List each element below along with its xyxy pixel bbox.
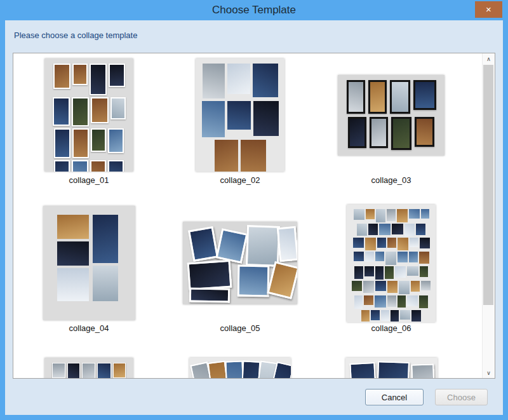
photo-tile [404, 224, 415, 236]
photo-tile [377, 238, 386, 248]
photo-tile [91, 128, 106, 152]
photo-tile [227, 64, 250, 94]
photo-tile [108, 160, 124, 172]
scrollbar-thumb[interactable] [483, 65, 493, 305]
template-name: collage_05 [220, 323, 260, 333]
photo-tile [72, 128, 89, 158]
photo-tile [387, 281, 398, 293]
collage-preview [183, 222, 297, 304]
photo-tile [370, 117, 388, 148]
template-thumbnail [196, 58, 284, 172]
photo-tile [397, 209, 408, 222]
photo-tile [398, 252, 408, 262]
photo-tile [416, 224, 425, 235]
photo-tile [113, 363, 126, 378]
template-item[interactable]: collage_03 [316, 58, 467, 206]
photo-tile [409, 252, 418, 262]
photo-tile [348, 117, 366, 148]
photo-tile [97, 363, 111, 378]
photo-tile [110, 97, 126, 119]
photo-tile [375, 295, 386, 308]
photo-tile [375, 281, 386, 291]
photo-tile [82, 363, 95, 378]
photo-tile [392, 224, 403, 234]
photo-tile [413, 80, 436, 110]
footer: Cancel Choose [5, 379, 503, 415]
choose-template-dialog: Choose Template × Please choose a collag… [0, 0, 508, 420]
close-button[interactable]: × [475, 1, 502, 18]
template-thumbnail [347, 206, 436, 320]
photo-tile [365, 238, 376, 250]
choose-button[interactable]: Choose [435, 389, 488, 405]
photo-tile [399, 281, 410, 294]
photo-tile [409, 209, 420, 219]
chevron-down-icon: ∨ [486, 370, 491, 376]
template-item[interactable]: collage_05 [164, 206, 316, 354]
photo-tile [72, 160, 88, 172]
template-name: collage_03 [371, 175, 411, 185]
photo-tile [215, 140, 238, 172]
photo-tile [354, 209, 364, 220]
photo-tile [361, 310, 370, 322]
photo-tile [354, 252, 364, 261]
prompt-label: Please choose a collage template [14, 30, 137, 40]
template-item[interactable] [316, 354, 467, 378]
collage-preview [44, 358, 133, 378]
photo-tile [108, 128, 124, 153]
scrollbar-track[interactable] [483, 64, 495, 367]
photo-tile [354, 266, 363, 279]
collage-preview [43, 206, 135, 320]
scrollbar[interactable]: ∧ ∨ [482, 53, 495, 378]
photo-tile [410, 238, 418, 247]
photo-tile [387, 295, 396, 307]
photo-tile [398, 295, 406, 308]
photo-tile [93, 266, 118, 301]
template-item[interactable]: collage_02 [164, 58, 316, 206]
photo-tile [381, 310, 389, 321]
photo-tile [371, 310, 380, 320]
photo-tile [415, 117, 434, 147]
template-item[interactable] [13, 354, 164, 378]
photo-tile [349, 362, 377, 378]
collage-tiles [44, 58, 133, 172]
template-thumbnail [44, 354, 133, 378]
template-name: collage_01 [69, 175, 109, 185]
photo-tile [411, 281, 420, 292]
template-item[interactable]: collage_06 [316, 206, 467, 354]
collage-tiles [44, 358, 133, 378]
photo-tile [53, 97, 70, 126]
photo-tile [187, 260, 232, 291]
template-item[interactable]: collage_04 [13, 206, 164, 354]
photo-tile [353, 238, 364, 248]
photo-tile [215, 228, 248, 264]
template-name: collage_06 [371, 323, 411, 333]
template-grid: collage_01collage_02collage_03collage_04… [13, 53, 483, 378]
close-icon: × [486, 4, 491, 15]
photo-tile [67, 363, 80, 378]
photo-tile [57, 241, 89, 266]
photo-tile [277, 226, 297, 262]
template-item[interactable] [164, 354, 316, 378]
photo-tile [400, 310, 410, 320]
titlebar: Choose Template × [0, 0, 508, 20]
template-thumbnail [183, 206, 297, 320]
cancel-button[interactable]: Cancel [365, 389, 424, 405]
photo-tile [57, 268, 89, 301]
template-item[interactable]: collage_01 [13, 58, 164, 206]
photo-tile [253, 101, 279, 136]
photo-tile [227, 101, 251, 130]
photo-tile [411, 363, 435, 378]
photo-tile [54, 128, 70, 158]
photo-tile [398, 238, 408, 250]
scroll-down-button[interactable]: ∨ [483, 367, 495, 378]
template-name: collage_04 [69, 323, 109, 333]
photo-tile [90, 64, 107, 95]
scroll-up-button[interactable]: ∧ [483, 53, 495, 64]
photo-tile [364, 266, 374, 276]
photo-tile [391, 310, 399, 322]
collage-preview [44, 58, 133, 172]
photo-tile [420, 238, 430, 248]
photo-tile [387, 238, 396, 248]
photo-tile [90, 160, 106, 172]
photo-tile [376, 209, 385, 222]
